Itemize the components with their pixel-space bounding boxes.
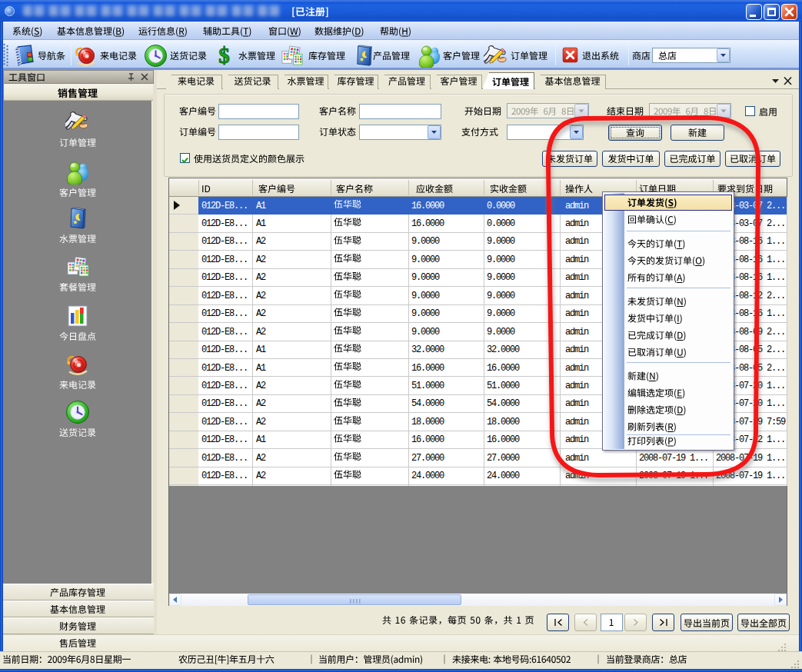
svg-text:$: $ <box>218 43 230 67</box>
